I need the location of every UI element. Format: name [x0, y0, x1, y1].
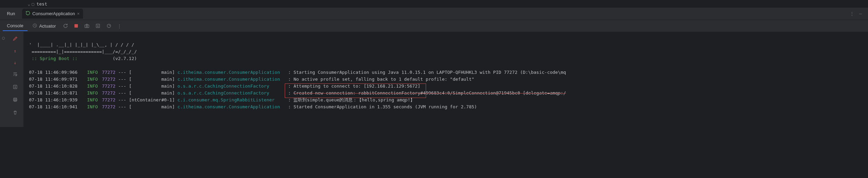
- banner-line-1: ' |____| .__|_| |_|_| |_\__, | / / / /: [29, 42, 134, 47]
- console-toolbar: Console Actuator ⋮: [0, 20, 868, 32]
- log-level: INFO: [82, 90, 98, 96]
- rerun-icon: [26, 11, 30, 17]
- log-pid: 77272: [99, 90, 115, 96]
- log-thread: main: [132, 90, 172, 96]
- stop-icon[interactable]: [72, 22, 81, 30]
- log-pid: 77272: [99, 77, 115, 82]
- log-thread: main: [132, 83, 172, 89]
- spring-version: (v2.7.12): [113, 56, 137, 61]
- log-message: Started ConsumerApplication in 1.355 sec…: [293, 104, 477, 109]
- more-vert-icon[interactable]: ⋮: [850, 11, 854, 16]
- log-message: Starting ConsumerApplication using Java …: [293, 70, 566, 75]
- run-config-name: ConsumerApplication: [32, 11, 75, 16]
- log-timestamp: 07-18 11:46:10:941: [29, 104, 78, 109]
- console-tab[interactable]: Console: [3, 21, 28, 31]
- console-gutter: ↑ ↓: [7, 32, 23, 127]
- export-icon[interactable]: [93, 22, 103, 30]
- log-level: INFO: [82, 77, 98, 82]
- left-stripe: ○: [0, 32, 7, 127]
- actuator-tab[interactable]: Actuator: [29, 21, 59, 31]
- profiler-icon[interactable]: [104, 22, 114, 30]
- log-thread: ntContainer#0-1: [132, 97, 172, 102]
- banner-line-2: =========|_|==============|___/=/_/_/_/: [29, 49, 137, 54]
- svg-point-3: [86, 26, 88, 27]
- minimize-icon[interactable]: —: [859, 11, 862, 16]
- trash-icon[interactable]: [11, 108, 19, 118]
- log-level: INFO: [82, 97, 98, 102]
- log-logger: o.s.a.r.c.CachingConnectionFactory: [178, 90, 285, 96]
- restart-icon[interactable]: [61, 22, 70, 30]
- print-icon[interactable]: [11, 96, 19, 105]
- log-logger: o.s.a.r.c.CachingConnectionFactory: [178, 83, 285, 89]
- log-logger: c.itheima.consumer.ConsumerApplication: [178, 104, 285, 109]
- stripe-dot-icon[interactable]: ○: [2, 35, 5, 40]
- camera-icon[interactable]: [82, 22, 92, 30]
- log-pid: 77272: [99, 70, 115, 75]
- log-thread: main: [132, 70, 172, 75]
- log-thread: main: [132, 77, 172, 82]
- log-message: 监听到simple.queue的消息：【hello,spring amqp!】: [293, 97, 415, 102]
- edit-icon[interactable]: [11, 34, 19, 44]
- scroll-end-icon[interactable]: [11, 83, 19, 92]
- actuator-icon: [32, 23, 37, 29]
- log-message: Attempting to connect to: [192.168.21.12…: [293, 83, 420, 89]
- log-timestamp: 07-18 11:46:10:828: [29, 83, 78, 89]
- log-logger: c.itheima.consumer.ConsumerApplication: [178, 70, 285, 75]
- log-logger: c.i.consumer.mq.SpringRabbitListener: [178, 97, 285, 102]
- log-pid: 77272: [99, 104, 115, 109]
- spring-boot-label: :: Spring Boot ::: [29, 56, 78, 61]
- more-icon[interactable]: ⋮: [115, 22, 124, 30]
- project-tree-row[interactable]: ⌄ ▢ test: [0, 0, 868, 8]
- log-logger: c.itheima.consumer.ConsumerApplication: [178, 77, 285, 82]
- folder-icon: ▢: [32, 1, 34, 7]
- log-level: INFO: [82, 70, 98, 75]
- arrow-down-icon[interactable]: ↓: [12, 59, 18, 67]
- tool-window-tabs: Run ConsumerApplication × ⋮ —: [0, 8, 868, 20]
- svg-rect-1: [74, 24, 78, 28]
- log-level: INFO: [82, 83, 98, 89]
- console-output[interactable]: ' |____| .__|_| |_|_| |_\__, | / / / / =…: [23, 32, 868, 127]
- run-tool-window-label: Run: [3, 11, 19, 16]
- close-tab-icon[interactable]: ×: [77, 11, 80, 16]
- folder-label: test: [37, 1, 47, 7]
- log-thread: main: [132, 104, 172, 109]
- log-message: No active profile set, falling back to 1…: [293, 77, 474, 82]
- wrap-icon[interactable]: [11, 70, 19, 79]
- actuator-label: Actuator: [39, 23, 56, 29]
- run-config-tab[interactable]: ConsumerApplication ×: [22, 9, 83, 19]
- log-timestamp: 07-18 11:46:10:871: [29, 90, 78, 96]
- log-level: INFO: [82, 104, 98, 109]
- log-timestamp: 07-18 11:46:10:939: [29, 97, 78, 102]
- log-timestamp: 07-18 11:46:09:971: [29, 77, 78, 82]
- log-pid: 77272: [99, 83, 115, 89]
- log-timestamp: 07-18 11:46:09:966: [29, 70, 78, 75]
- log-message: Created new connection: rabbitConnection…: [293, 90, 566, 96]
- log-pid: 77272: [99, 97, 115, 102]
- svg-rect-2: [85, 25, 89, 28]
- chevron-down-icon: ⌄: [28, 1, 30, 7]
- arrow-up-icon[interactable]: ↑: [12, 47, 18, 55]
